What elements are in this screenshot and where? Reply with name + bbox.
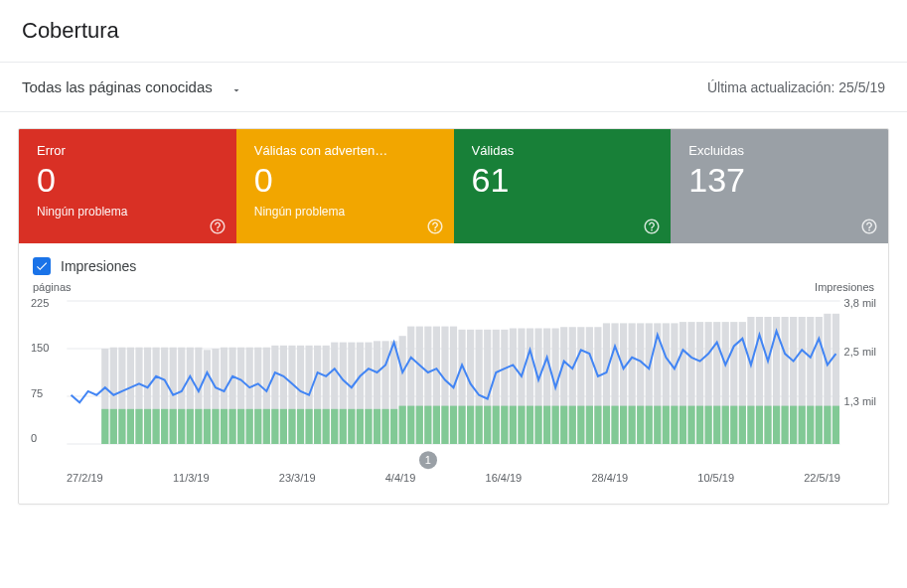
help-icon[interactable]: [426, 218, 444, 235]
svg-rect-94: [127, 409, 134, 444]
svg-rect-110: [263, 409, 270, 444]
right-axis-title: Impresiones: [815, 281, 874, 293]
tile-excluded[interactable]: Excluidas 137: [671, 129, 888, 243]
svg-rect-99: [170, 409, 177, 444]
svg-rect-155: [646, 406, 653, 444]
svg-rect-114: [297, 409, 304, 444]
svg-rect-152: [620, 406, 627, 444]
svg-rect-98: [161, 409, 168, 444]
svg-rect-118: [331, 409, 338, 444]
svg-rect-128: [416, 406, 423, 444]
svg-rect-139: [510, 406, 517, 444]
chevron-down-icon: [230, 82, 240, 92]
help-icon[interactable]: [860, 218, 878, 235]
y-right-ticks: 3,8 mil2,5 mil1,3 mil: [844, 297, 876, 444]
svg-rect-158: [671, 406, 678, 444]
svg-rect-150: [603, 406, 610, 444]
svg-rect-167: [747, 406, 754, 444]
last-update-text: Última actualización: 25/5/19: [707, 79, 885, 95]
svg-rect-125: [390, 409, 397, 444]
svg-rect-109: [254, 409, 261, 444]
svg-rect-142: [534, 406, 541, 444]
svg-rect-113: [288, 409, 295, 444]
svg-rect-168: [756, 406, 763, 444]
svg-rect-104: [212, 409, 219, 444]
tile-warn-sub: Ningún problema: [254, 205, 436, 219]
svg-rect-96: [144, 409, 151, 444]
help-icon[interactable]: [209, 218, 227, 235]
coverage-card: Error 0 Ningún problema Válidas con adve…: [18, 128, 889, 505]
svg-rect-162: [705, 406, 712, 444]
page-filter-dropdown[interactable]: Todas las páginas conocidas: [22, 78, 240, 95]
svg-rect-138: [501, 406, 508, 444]
svg-rect-92: [110, 409, 117, 444]
impressions-checkbox[interactable]: [33, 257, 51, 275]
svg-rect-105: [221, 409, 227, 444]
svg-rect-171: [782, 406, 789, 444]
svg-rect-100: [178, 409, 185, 444]
tile-error-value: 0: [37, 162, 219, 199]
tile-error-label: Error: [37, 143, 219, 158]
svg-rect-170: [773, 406, 780, 444]
svg-rect-102: [195, 409, 202, 444]
svg-rect-173: [799, 406, 806, 444]
tile-error[interactable]: Error 0 Ningún problema: [19, 129, 236, 243]
svg-rect-126: [399, 406, 406, 444]
tile-valid-label: Válidas: [472, 143, 654, 158]
svg-rect-136: [484, 406, 491, 444]
svg-rect-131: [441, 406, 448, 444]
svg-rect-97: [153, 409, 160, 444]
svg-rect-135: [476, 406, 483, 444]
tile-warn-value: 0: [254, 162, 436, 199]
svg-rect-122: [365, 409, 372, 444]
svg-rect-112: [280, 409, 287, 444]
svg-rect-130: [433, 406, 440, 444]
tile-valid-warnings[interactable]: Válidas con adverten… 0 Ningún problema: [236, 129, 454, 243]
svg-rect-111: [271, 409, 278, 444]
svg-rect-157: [663, 406, 670, 444]
tile-valid[interactable]: Válidas 61: [454, 129, 672, 243]
svg-rect-146: [569, 406, 576, 444]
svg-rect-119: [340, 409, 347, 444]
svg-rect-137: [493, 406, 500, 444]
svg-rect-95: [135, 409, 142, 444]
coverage-chart: [33, 297, 874, 466]
svg-rect-160: [687, 406, 694, 444]
svg-rect-140: [518, 406, 525, 444]
svg-rect-177: [832, 406, 839, 444]
tile-excluded-label: Excluidas: [688, 143, 870, 158]
left-axis-title: páginas: [33, 281, 874, 293]
tile-error-sub: Ningún problema: [37, 205, 219, 219]
tile-excluded-value: 137: [688, 162, 870, 199]
svg-rect-103: [204, 409, 211, 444]
svg-rect-127: [407, 406, 414, 444]
svg-rect-176: [824, 406, 831, 444]
svg-rect-101: [187, 409, 194, 444]
svg-rect-163: [713, 406, 720, 444]
chart-annotation-marker[interactable]: 1: [419, 451, 437, 469]
svg-rect-161: [696, 406, 703, 444]
tile-valid-value: 61: [472, 162, 654, 199]
svg-rect-121: [357, 409, 364, 444]
svg-rect-154: [637, 406, 644, 444]
help-icon[interactable]: [643, 218, 661, 235]
check-icon: [35, 259, 49, 273]
svg-rect-124: [381, 409, 388, 444]
svg-rect-141: [527, 406, 533, 444]
svg-rect-149: [594, 406, 601, 444]
svg-rect-120: [348, 409, 355, 444]
svg-rect-107: [237, 409, 244, 444]
svg-rect-151: [611, 406, 618, 444]
page-filter-label: Todas las páginas conocidas: [22, 78, 213, 95]
svg-rect-123: [374, 409, 380, 444]
svg-rect-144: [552, 406, 559, 444]
svg-rect-132: [450, 406, 457, 444]
svg-rect-174: [807, 406, 814, 444]
svg-rect-143: [543, 406, 550, 444]
svg-rect-93: [118, 409, 125, 444]
svg-rect-108: [246, 409, 253, 444]
svg-rect-147: [577, 406, 584, 444]
svg-rect-129: [424, 406, 431, 444]
svg-rect-117: [323, 409, 330, 444]
svg-rect-115: [305, 409, 312, 444]
